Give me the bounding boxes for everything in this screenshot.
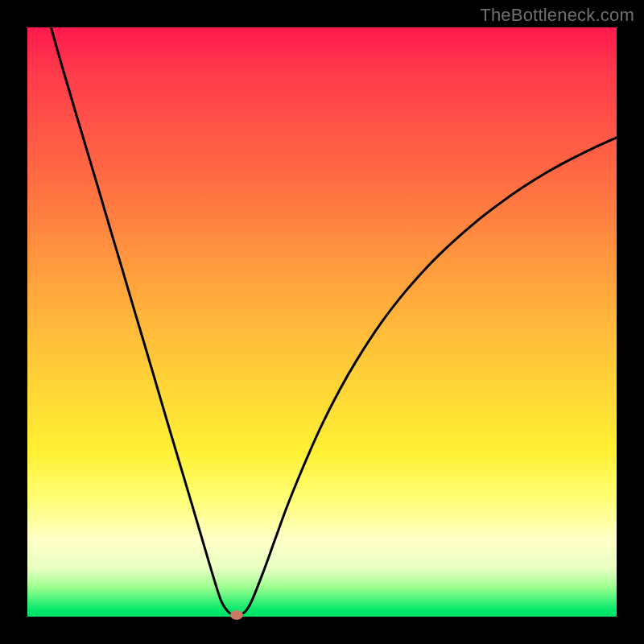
bottleneck-curve [27,27,617,617]
plot-area [27,27,617,617]
outer-frame: TheBottleneck.com [0,0,644,644]
watermark-text: TheBottleneck.com [480,5,634,26]
optimum-marker [230,610,243,620]
